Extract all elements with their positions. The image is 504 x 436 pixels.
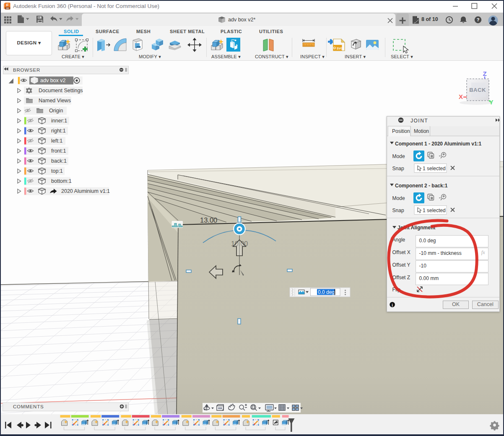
svg-text:Origin: Origin [49,108,63,114]
svg-text:inner:1: inner:1 [51,118,67,124]
svg-text:right:1: right:1 [51,128,66,134]
svg-text:SVG: SVG [337,47,343,50]
svg-text:F: F [6,3,9,7]
svg-text:front:1: front:1 [51,148,66,154]
svg-text:adv box v2: adv box v2 [40,78,66,83]
svg-text:bottom:1: bottom:1 [51,178,72,184]
svg-text:?: ? [477,17,480,22]
svg-text:back:1: back:1 [51,158,67,164]
svg-text:X: X [459,93,463,100]
svg-text:13.00: 13.00 [200,216,217,224]
svg-text:1 selected: 1 selected [423,166,446,171]
svg-text:i: i [392,303,393,307]
svg-text:360: 360 [6,7,10,9]
svg-text:BACK: BACK [469,87,486,93]
svg-text:Z: Z [483,70,486,77]
svg-text:0.0 deg: 0.0 deg [318,289,335,295]
svg-text:top:1: top:1 [51,168,63,174]
svg-text:2020 Aluminium v1:1: 2020 Aluminium v1:1 [61,188,110,194]
svg-text:left:1: left:1 [51,138,62,144]
svg-text:Y: Y [489,99,493,106]
svg-text:1 selected: 1 selected [423,208,446,213]
svg-text:Document Settings: Document Settings [39,88,83,93]
svg-text:Named Views: Named Views [39,98,71,104]
